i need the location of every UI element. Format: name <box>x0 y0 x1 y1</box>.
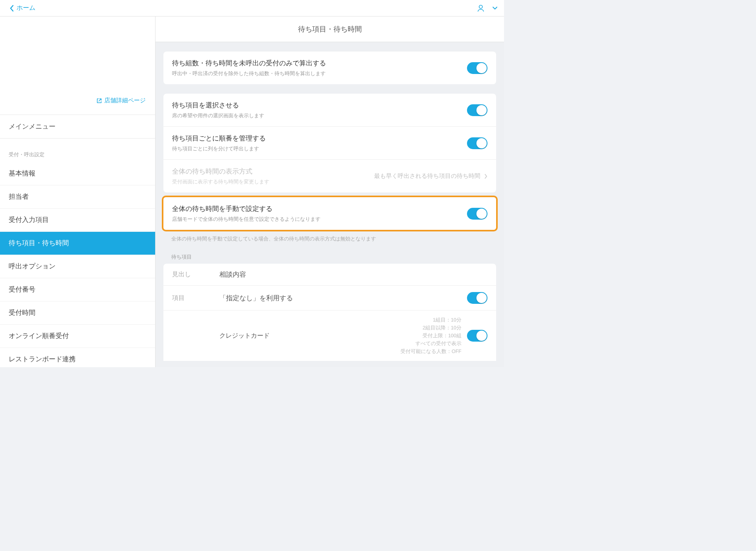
toggle-sub-item[interactable] <box>467 330 487 342</box>
sidebar-item-reception-time[interactable]: 受付時間 <box>0 301 155 325</box>
store-detail-label: 店舗詳細ページ <box>104 97 146 104</box>
highlighted-setting: 全体の待ち時間を手動で設定する 店舗モードで全体の待ち時間を任意で設定できるよう… <box>162 196 498 231</box>
setting-row-manage-per-item: 待ち項目ごとに順番を管理する 待ち項目ごとに列を分けて呼出します <box>163 126 496 159</box>
setting-subtitle: 待ち項目ごとに列を分けて呼出します <box>172 145 266 152</box>
top-right-controls <box>476 4 498 13</box>
sub-item-row[interactable]: クレジットカード 1組目：10分 2組目以降：10分 受付上限：100組 すべて… <box>163 311 496 361</box>
setting-title: 全体の待ち時間の表示方式 <box>172 167 269 176</box>
item-row: 項目 「指定なし」を利用する <box>163 286 496 311</box>
page-title: 待ち項目・待ち時間 <box>156 17 504 42</box>
setting-subtitle: 受付画面に表示する待ち時間を変更します <box>172 178 269 185</box>
store-detail-link[interactable]: 店舗詳細ページ <box>0 17 155 115</box>
setting-subtitle: 席の希望や用件の選択画面を表示します <box>172 112 264 119</box>
sidebar-item-online-reception[interactable]: オンライン順番受付 <box>0 325 155 348</box>
setting-title: 全体の待ち時間を手動で設定する <box>172 204 321 213</box>
sub-item-name: クレジットカード <box>219 332 270 340</box>
wait-item-card: 見出し 相談内容 項目 「指定なし」を利用する クレジットカード 1組目：10分… <box>163 264 496 361</box>
top-bar: ホーム <box>0 0 504 17</box>
chevron-left-icon <box>9 5 14 12</box>
toggle-select-wait-item[interactable] <box>467 104 487 116</box>
setting-group-1: 待ち組数・待ち時間を未呼出の受付のみで算出する 呼出中・呼出済の受付を除外した待… <box>163 52 496 84</box>
setting-title: 待ち項目ごとに順番を管理する <box>172 134 266 143</box>
setting-row-manual-wait-time: 全体の待ち時間を手動で設定する 店舗モードで全体の待ち時間を任意で設定できるよう… <box>163 197 496 230</box>
heading-val: 相談内容 <box>219 270 487 279</box>
sidebar-item-restaurant-board[interactable]: レストランボード連携 <box>0 348 155 367</box>
sidebar-section-label: 受付・呼出設定 <box>0 139 155 162</box>
heading-key: 見出し <box>172 270 219 279</box>
back-button[interactable]: ホーム <box>9 4 35 12</box>
heading-row[interactable]: 見出し 相談内容 <box>163 264 496 286</box>
sidebar-item-reception-input[interactable]: 受付入力項目 <box>0 209 155 232</box>
wait-items-label: 待ち項目 <box>156 245 504 264</box>
setting-group-2: 待ち項目を選択させる 席の希望や用件の選択画面を表示します 待ち項目ごとに順番を… <box>163 94 496 192</box>
external-link-icon <box>96 98 102 104</box>
chevron-right-icon <box>484 174 487 179</box>
toggle-manage-per-item[interactable] <box>467 137 487 149</box>
sub-item-meta: 1組目：10分 2組目以降：10分 受付上限：100組 すべての受付で表示 受付… <box>400 316 461 355</box>
sidebar-item-staff[interactable]: 担当者 <box>0 185 155 209</box>
chevron-down-icon[interactable] <box>492 6 498 10</box>
footnote: 全体の待ち時間を手動で設定している場合、全体の待ち時間の表示方式は無効となります <box>156 231 504 245</box>
sidebar: 店舗詳細ページ メインメニュー 受付・呼出設定 基本情報 担当者 受付入力項目 … <box>0 17 156 367</box>
setting-title: 待ち組数・待ち時間を未呼出の受付のみで算出する <box>172 59 326 68</box>
content-area: 待ち項目・待ち時間 待ち組数・待ち時間を未呼出の受付のみで算出する 呼出中・呼出… <box>156 17 504 367</box>
sidebar-item-call-option[interactable]: 呼出オプション <box>0 255 155 278</box>
svg-point-0 <box>479 5 482 8</box>
setting-row-select-wait-item: 待ち項目を選択させる 席の希望や用件の選択画面を表示します <box>163 94 496 126</box>
setting-value: 最も早く呼出される待ち項目の待ち時間 <box>374 172 480 180</box>
toggle-use-unspecified[interactable] <box>467 292 487 304</box>
setting-subtitle: 呼出中・呼出済の受付を除外した待ち組数・待ち時間を算出します <box>172 70 326 77</box>
item-val: 「指定なし」を利用する <box>219 294 467 303</box>
setting-row-display-format[interactable]: 全体の待ち時間の表示方式 受付画面に表示する待ち時間を変更します 最も早く呼出さ… <box>163 159 496 192</box>
setting-subtitle: 店舗モードで全体の待ち時間を任意で設定できるようになります <box>172 216 321 223</box>
toggle-manual-wait-time[interactable] <box>467 208 487 220</box>
item-key: 項目 <box>172 294 219 302</box>
sidebar-item-basic-info[interactable]: 基本情報 <box>0 162 155 185</box>
back-label: ホーム <box>17 4 35 12</box>
setting-title: 待ち項目を選択させる <box>172 101 264 110</box>
setting-row-calc-uncalled: 待ち組数・待ち時間を未呼出の受付のみで算出する 呼出中・呼出済の受付を除外した待… <box>163 52 496 84</box>
user-icon[interactable] <box>476 4 485 13</box>
main-menu-header[interactable]: メインメニュー <box>0 115 155 139</box>
sidebar-item-wait-items[interactable]: 待ち項目・待ち時間 <box>0 232 155 255</box>
toggle-calc-uncalled[interactable] <box>467 62 487 74</box>
sidebar-item-reception-number[interactable]: 受付番号 <box>0 278 155 301</box>
